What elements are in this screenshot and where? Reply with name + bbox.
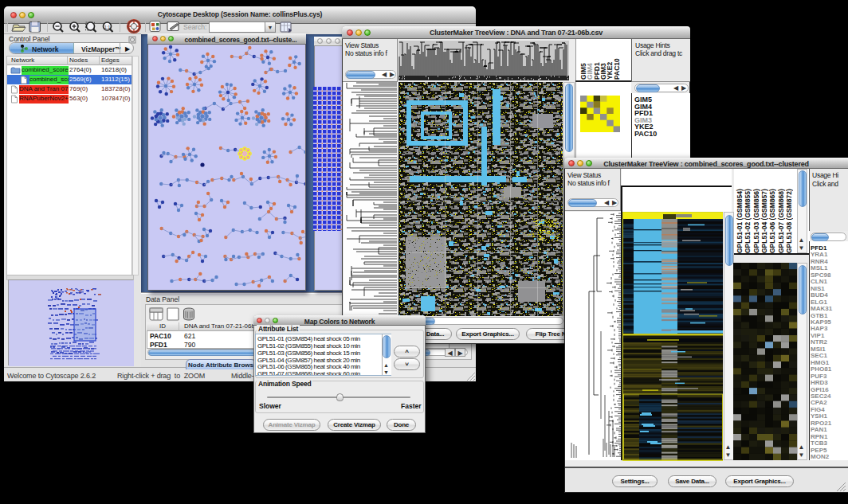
- svg-text:1:1: 1:1: [104, 25, 111, 29]
